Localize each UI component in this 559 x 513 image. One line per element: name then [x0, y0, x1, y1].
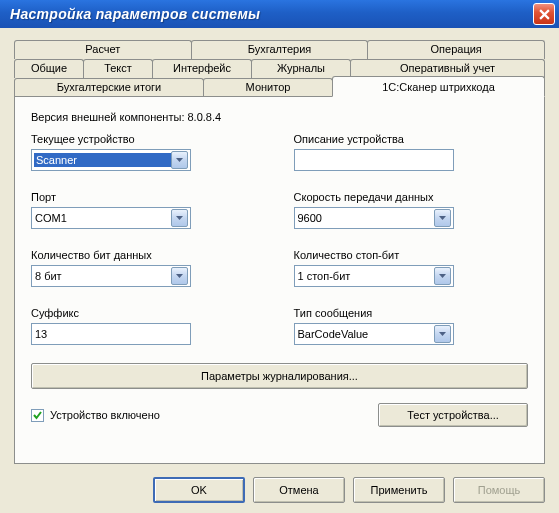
databits-dropdown[interactable]: 8 бит [31, 265, 191, 287]
form-grid: Текущее устройство Scanner Описание устр… [31, 133, 528, 345]
msgtype-dropdown[interactable]: BarCodeValue [294, 323, 454, 345]
chevron-down-icon [434, 325, 451, 343]
help-button[interactable]: Помощь [453, 477, 545, 503]
description-field[interactable] [298, 154, 450, 166]
window-title: Настройка параметров системы [10, 6, 260, 22]
close-icon [539, 9, 550, 20]
title-bar: Настройка параметров системы [0, 0, 559, 28]
port-value: COM1 [35, 212, 171, 224]
ok-button[interactable]: OK [153, 477, 245, 503]
tab-buhgalteria[interactable]: Бухгалтерия [191, 40, 369, 59]
databits-value: 8 бит [35, 270, 171, 282]
label-msgtype: Тип сообщения [294, 307, 529, 319]
label-suffix: Суффикс [31, 307, 266, 319]
chevron-down-icon [171, 267, 188, 285]
tab-scanner[interactable]: 1С:Сканер штрихкода [332, 76, 545, 97]
description-input[interactable] [294, 149, 454, 171]
tab-interface[interactable]: Интерфейс [152, 59, 252, 78]
window-body: Расчет Бухгалтерия Операция Общие Текст … [0, 28, 559, 513]
tab-raschet[interactable]: Расчет [14, 40, 192, 59]
tab-operatsia[interactable]: Операция [367, 40, 545, 59]
msgtype-value: BarCodeValue [298, 328, 434, 340]
test-device-button[interactable]: Тест устройства... [378, 403, 528, 427]
cancel-button[interactable]: Отмена [253, 477, 345, 503]
tab-buh-itogi[interactable]: Бухгалтерские итоги [14, 78, 204, 97]
port-dropdown[interactable]: COM1 [31, 207, 191, 229]
tabs: Расчет Бухгалтерия Операция Общие Текст … [14, 40, 545, 464]
check-icon [33, 411, 42, 420]
label-baud: Скорость передачи данных [294, 191, 529, 203]
chevron-down-icon [171, 209, 188, 227]
chevron-down-icon [434, 209, 451, 227]
stopbits-dropdown[interactable]: 1 стоп-бит [294, 265, 454, 287]
tab-tekst[interactable]: Текст [83, 59, 153, 78]
checkbox-label: Устройство включено [50, 409, 160, 421]
tab-row-1: Расчет Бухгалтерия Операция [14, 40, 545, 59]
close-button[interactable] [533, 3, 555, 25]
baud-dropdown[interactable]: 9600 [294, 207, 454, 229]
device-enabled-checkbox[interactable]: Устройство включено [31, 409, 378, 422]
baud-value: 9600 [298, 212, 434, 224]
version-label: Версия внешней компоненты: 8.0.8.4 [31, 111, 528, 123]
device-value: Scanner [34, 153, 172, 167]
checkbox-box [31, 409, 44, 422]
tab-obschie[interactable]: Общие [14, 59, 84, 78]
label-device: Текущее устройство [31, 133, 266, 145]
tab-monitor[interactable]: Монитор [203, 78, 333, 97]
journal-params-button[interactable]: Параметры журналирования... [31, 363, 528, 389]
tab-row-3: Бухгалтерские итоги Монитор 1С:Сканер шт… [14, 78, 545, 97]
dialog-buttons: OK Отмена Применить Помощь [153, 477, 545, 503]
stopbits-value: 1 стоп-бит [298, 270, 434, 282]
label-port: Порт [31, 191, 266, 203]
label-description: Описание устройства [294, 133, 529, 145]
device-dropdown[interactable]: Scanner [31, 149, 191, 171]
chevron-down-icon [434, 267, 451, 285]
suffix-field[interactable] [35, 328, 187, 340]
lower-row: Устройство включено Тест устройства... [31, 403, 528, 427]
tab-panel: Версия внешней компоненты: 8.0.8.4 Текущ… [14, 96, 545, 464]
label-stopbits: Количество стоп-бит [294, 249, 529, 261]
chevron-down-icon [171, 151, 188, 169]
label-databits: Количество бит данных [31, 249, 266, 261]
suffix-input[interactable] [31, 323, 191, 345]
apply-button[interactable]: Применить [353, 477, 445, 503]
